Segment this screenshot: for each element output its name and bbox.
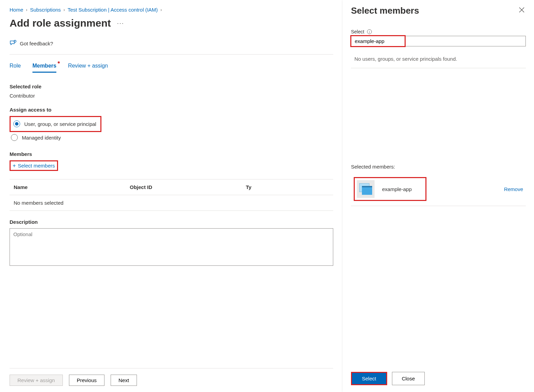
breadcrumb-subscriptions[interactable]: Subscriptions [30, 7, 61, 13]
breadcrumb-iam[interactable]: Test Subscription | Access control (IAM) [68, 7, 158, 13]
members-table: Name Object ID Ty No members selected [10, 179, 333, 211]
selected-member-row: example-app Remove [351, 173, 526, 206]
main-content: Home › Subscriptions › Test Subscription… [0, 0, 343, 392]
no-results-message: No users, groups, or service principals … [351, 46, 526, 68]
radio-unchecked-icon [11, 134, 18, 141]
tab-review-assign[interactable]: Review + assign [68, 63, 108, 73]
feedback-button[interactable]: Got feedback? [10, 38, 333, 55]
col-name: Name [14, 184, 130, 190]
select-members-panel: Select members Select i No users, groups… [343, 0, 534, 392]
notification-dot-icon [58, 61, 60, 63]
feedback-icon [10, 40, 16, 47]
highlight-box: example-app [354, 177, 426, 201]
tab-role[interactable]: Role [10, 63, 21, 73]
tab-members[interactable]: Members [32, 63, 56, 73]
search-input-wrap [351, 36, 526, 46]
select-members-link[interactable]: + Select members [13, 163, 55, 169]
members-label: Members [10, 151, 333, 157]
app-icon [357, 180, 375, 198]
feedback-label: Got feedback? [20, 41, 53, 46]
select-input-label: Select [351, 29, 364, 34]
radio-mi-label: Managed identity [22, 135, 61, 141]
select-button[interactable]: Select [352, 373, 386, 384]
tab-members-label: Members [32, 63, 56, 69]
review-assign-button[interactable]: Review + assign [10, 375, 63, 386]
next-button[interactable]: Next [111, 375, 137, 386]
selected-role-label: Selected role [10, 84, 333, 89]
chevron-right-icon: › [26, 8, 27, 12]
radio-checked-icon [13, 120, 20, 127]
description-textarea[interactable] [10, 228, 333, 266]
chevron-right-icon: › [160, 8, 162, 12]
breadcrumb-home[interactable]: Home [10, 7, 23, 13]
previous-button[interactable]: Previous [69, 375, 104, 386]
more-actions-button[interactable]: ··· [117, 20, 124, 27]
selected-members-label: Selected members: [351, 164, 526, 170]
radio-user-group-sp[interactable]: User, group, or service principal [12, 118, 98, 129]
plus-icon: + [13, 163, 16, 169]
selected-member-name: example-app [382, 186, 412, 192]
highlight-box: User, group, or service principal [10, 116, 101, 132]
close-button[interactable]: Close [392, 372, 425, 385]
info-icon[interactable]: i [367, 29, 372, 34]
breadcrumb: Home › Subscriptions › Test Subscription… [10, 7, 333, 13]
table-header: Name Object ID Ty [10, 179, 333, 195]
close-icon [519, 7, 524, 13]
col-type: Ty [246, 184, 329, 190]
remove-member-link[interactable]: Remove [504, 186, 523, 192]
selected-role-value: Contributor [10, 93, 333, 99]
radio-managed-identity[interactable]: Managed identity [10, 132, 333, 143]
panel-footer: Select Close [351, 365, 526, 385]
radio-user-label: User, group, or service principal [24, 121, 96, 127]
description-label: Description [10, 219, 333, 225]
page-title: Add role assignment [10, 17, 111, 29]
assign-access-radio-group: User, group, or service principal Manage… [10, 116, 333, 143]
select-members-link-label: Select members [18, 163, 55, 169]
chevron-right-icon: › [64, 8, 65, 12]
table-empty-row: No members selected [10, 195, 333, 211]
footer-bar: Review + assign Previous Next [10, 368, 333, 392]
highlight-box: Select [351, 372, 387, 385]
highlight-box: + Select members [10, 160, 58, 171]
member-search-input[interactable] [351, 36, 526, 46]
close-panel-button[interactable] [518, 5, 526, 15]
tabs: Role Members Review + assign [10, 63, 333, 73]
col-objectid: Object ID [130, 184, 246, 190]
panel-title: Select members [351, 5, 419, 16]
assign-access-label: Assign access to [10, 107, 333, 113]
